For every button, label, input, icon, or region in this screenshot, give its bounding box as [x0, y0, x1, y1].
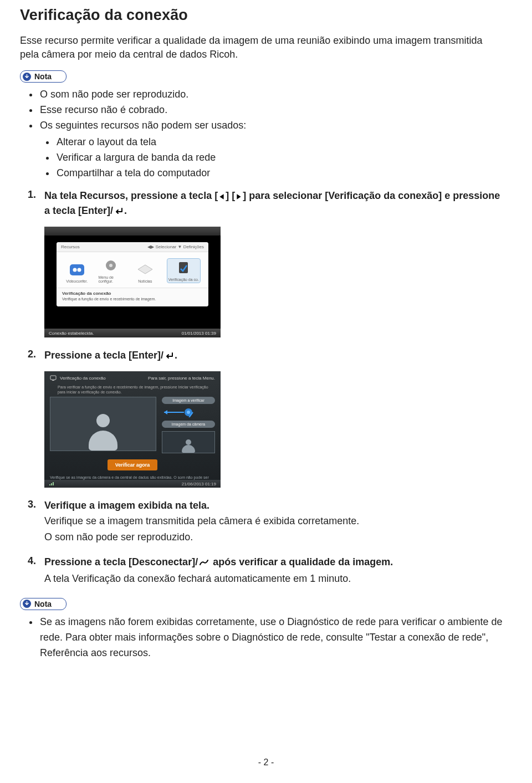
- mock2-pill-1: Imagem a verificar: [162, 397, 215, 404]
- step-2: Pressione a tecla [Enter]/. Verificação …: [44, 349, 503, 488]
- nota-arrow-icon: [23, 73, 31, 81]
- step4-head: Pressione a tecla [Desconectar]/ após ve…: [44, 555, 503, 570]
- svg-rect-14: [51, 483, 52, 485]
- mock1-statusbar: Conexão estabelecida. 01/01/2013 01:39: [44, 329, 221, 337]
- mock1-right: ◀▶ Selecionar ▼ Definições: [147, 244, 204, 249]
- mock2-pill-2: Imagem da câmera: [162, 421, 215, 428]
- mock1-status-right: 01/01/2013 01:39: [182, 331, 216, 336]
- step3-head: Verifique a imagem exibida na tela.: [44, 499, 503, 513]
- mock1-icons: Videoconfer. Menu de configur. Notícias: [57, 252, 208, 288]
- step-3: Verifique a imagem exibida na tela. Veri…: [44, 499, 503, 544]
- svg-point-2: [77, 268, 81, 272]
- svg-marker-9: [164, 410, 167, 414]
- disconnect-icon: [198, 556, 209, 570]
- nota1-list: O som não pode ser reproduzido. Esse rec…: [20, 87, 503, 181]
- mock2-top: Verificação da conexão Para sair, pressi…: [44, 371, 221, 385]
- nota-arrow-icon: [23, 600, 31, 608]
- mock1-desc-sub: Verifique a função de envio e recebiment…: [62, 297, 203, 301]
- mock2-title-right: Para sair, pressione a tecla Menu.: [148, 376, 215, 381]
- svg-point-4: [109, 264, 112, 267]
- svg-rect-15: [53, 482, 54, 485]
- mock2-stage: Imagem a verificar Imagem da câmera: [44, 397, 221, 453]
- svg-rect-6: [50, 376, 56, 380]
- step2-head: Pressione a tecla [Enter]/.: [44, 349, 503, 364]
- mock2-side: Imagem a verificar Imagem da câmera: [162, 397, 215, 453]
- mock2-bar-right: 21/06/2013 01:19: [182, 482, 216, 487]
- mock1-window-header: Recursos ◀▶ Selecionar ▼ Definições: [57, 242, 208, 252]
- mock1-desc-title: Verificação da conexão: [62, 291, 203, 296]
- svg-rect-0: [70, 264, 84, 275]
- nota1-subitem: Verificar a largura de banda da rede: [55, 150, 503, 166]
- mock2-thumb: [162, 431, 215, 453]
- step3-l2: O som não pode ser reproduzido.: [44, 530, 503, 544]
- monitor-icon: [50, 375, 57, 381]
- mock2-statusbar: 21/06/2013 01:19: [44, 480, 221, 488]
- step3-l1: Verifique se a imagem transmitida pela c…: [44, 514, 503, 528]
- step1-head: Na tela Recursos, pressione a tecla [] […: [44, 189, 503, 219]
- svg-point-11: [187, 411, 190, 414]
- mock1-icon-settings: Menu de configur.: [99, 258, 124, 283]
- nota1-item: O som não pode ser reproduzido.: [39, 87, 503, 103]
- nota-tag-2: Nota: [20, 598, 66, 610]
- mock1-icon-connection-check: Verificação da co.: [167, 258, 201, 283]
- nota1-b3-text: Os seguintes recursos não podem ser usad…: [40, 120, 246, 131]
- nota1-item: Esse recurso não é cobrado.: [39, 103, 503, 118]
- connector-icon: [162, 407, 215, 417]
- mock1-icon-news: Notícias: [132, 262, 158, 283]
- step-1: Na tela Recursos, pressione a tecla [] […: [44, 189, 503, 337]
- screenshot-1: Recursos ◀▶ Selecionar ▼ Definições Vide…: [44, 227, 221, 337]
- nota1-subitem: Compartilhar a tela do computador: [55, 166, 503, 181]
- mock2-verify-button: Verificar agora: [108, 459, 158, 470]
- svg-rect-13: [49, 484, 50, 485]
- svg-point-1: [73, 268, 76, 272]
- enter-icon: [114, 205, 124, 219]
- mock2-bar-left: [49, 480, 54, 487]
- nota1-item: Os seguintes recursos não podem ser usad…: [39, 118, 503, 181]
- mock1-description: Verificação da conexão Verifique a funçã…: [57, 288, 208, 306]
- mock2-hint: Para verificar a função de envio e receb…: [44, 385, 221, 397]
- mock1-icon-videoconf: Videoconfer.: [64, 262, 90, 283]
- nota2-item: Se as imagens não forem exibidas correta…: [39, 615, 503, 661]
- mock1-window: Recursos ◀▶ Selecionar ▼ Definições Vide…: [57, 242, 208, 306]
- page-number: - 2 -: [0, 758, 532, 767]
- mock1-topbar: [44, 227, 221, 236]
- svg-rect-5: [179, 262, 188, 273]
- mock2-preview: [50, 397, 156, 451]
- mock1-status-left: Conexão estabelecida.: [49, 331, 94, 336]
- nota2-list: Se as imagens não forem exibidas correta…: [20, 615, 503, 661]
- mock1-title: Recursos: [61, 244, 80, 249]
- intro-paragraph: Esse recurso permite verificar a qualida…: [20, 34, 503, 62]
- svg-rect-7: [52, 380, 54, 381]
- nota-tag: Nota: [20, 70, 66, 83]
- page-title: Verificação da conexão: [20, 7, 503, 24]
- nota1-sublist: Alterar o layout da tela Verificar a lar…: [40, 135, 503, 181]
- left-arrow-icon: [218, 190, 225, 204]
- step-4: Pressione a tecla [Desconectar]/ após ve…: [44, 555, 503, 586]
- nota-label-2: Nota: [34, 600, 52, 608]
- screenshot-2: Verificação da conexão Para sair, pressi…: [44, 371, 221, 488]
- right-arrow-icon: [236, 190, 242, 204]
- enter-icon: [164, 350, 174, 364]
- nota1-subitem: Alterar o layout da tela: [55, 135, 503, 150]
- mock2-title: Verificação da conexão: [60, 376, 106, 381]
- steps: Na tela Recursos, pressione a tecla [] […: [20, 189, 503, 586]
- nota-label: Nota: [34, 72, 52, 81]
- step4-l1: A tela Verificação da conexão fechará au…: [44, 571, 503, 586]
